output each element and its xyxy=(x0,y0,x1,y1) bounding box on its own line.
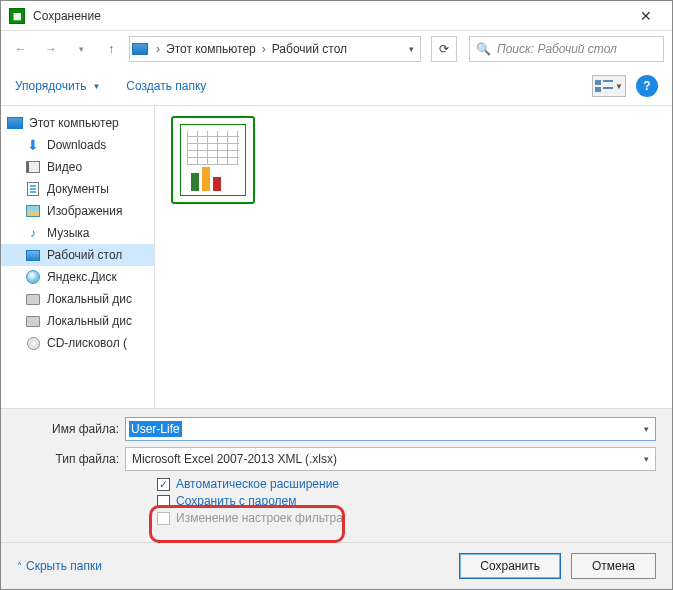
chevron-down-icon[interactable]: ▼ xyxy=(92,82,100,91)
sidebar-item-label: Локальный дис xyxy=(47,314,132,328)
search-icon: 🔍 xyxy=(476,42,491,56)
sidebar-item-video[interactable]: Видео xyxy=(1,156,154,178)
save-with-password-option[interactable]: Сохранить с паролем xyxy=(157,494,357,509)
hide-folders-button[interactable]: ˄ Скрыть папки xyxy=(17,559,102,573)
sidebar-item-downloads[interactable]: ⬇Downloads xyxy=(1,134,154,156)
spreadsheet-icon xyxy=(171,116,255,204)
chevron-down-icon: ▼ xyxy=(615,82,623,91)
sidebar-item-label: CD-лисковол ( xyxy=(47,336,127,350)
sidebar-item-label: Видео xyxy=(47,160,82,174)
checkbox-icon[interactable] xyxy=(157,478,170,491)
organize-menu[interactable]: Упорядочить xyxy=(15,79,86,93)
refresh-button[interactable]: ⟳ xyxy=(431,36,457,62)
sidebar-item-label: Яндекс.Диск xyxy=(47,270,117,284)
toolbar: Упорядочить ▼ Создать папку ▼ ? xyxy=(1,67,672,105)
app-icon: ▦ xyxy=(9,8,25,24)
hide-folders-label: Скрыть папки xyxy=(26,559,102,573)
chevron-up-icon: ˄ xyxy=(17,561,22,572)
disk-icon xyxy=(26,294,40,305)
search-placeholder: Поиск: Рабочий стол xyxy=(497,42,617,56)
sidebar-item-yandex-disk[interactable]: Яндекс.Диск xyxy=(1,266,154,288)
svg-rect-3 xyxy=(603,87,613,89)
auto-extension-option[interactable]: Автоматическое расширение xyxy=(157,477,357,492)
sidebar-item-local-disk[interactable]: Локальный дис xyxy=(1,288,154,310)
filter-settings-option: Изменение настроек фильтра xyxy=(157,511,357,526)
filetype-value: Microsoft Excel 2007-2013 XML (.xlsx) xyxy=(132,452,337,466)
sidebar-item-label: Downloads xyxy=(47,138,106,152)
pc-icon xyxy=(7,117,23,129)
music-icon: ♪ xyxy=(25,226,41,240)
chevron-right-icon: › xyxy=(260,42,268,56)
chevron-right-icon: › xyxy=(154,42,162,56)
download-icon: ⬇ xyxy=(25,138,41,152)
video-icon xyxy=(26,161,40,173)
up-button[interactable]: ↑ xyxy=(99,37,123,61)
sidebar-item-desktop[interactable]: Рабочий стол xyxy=(1,244,154,266)
yandex-disk-icon xyxy=(26,270,40,284)
sidebar-item-label: Документы xyxy=(47,182,109,196)
nav-row: ← → ▾ ↑ › Этот компьютер › Рабочий стол … xyxy=(1,31,672,67)
search-input[interactable]: 🔍 Поиск: Рабочий стол xyxy=(469,36,664,62)
file-item[interactable] xyxy=(171,116,259,204)
desktop-icon xyxy=(26,250,40,261)
svg-rect-0 xyxy=(595,80,601,85)
image-icon xyxy=(26,205,40,217)
sidebar-item-local-disk[interactable]: Локальный дис xyxy=(1,310,154,332)
document-icon xyxy=(27,182,39,196)
filename-input[interactable]: User-Life ▾ xyxy=(125,417,656,441)
sidebar-item-documents[interactable]: Документы xyxy=(1,178,154,200)
help-button[interactable]: ? xyxy=(636,75,658,97)
option-label: Сохранить с паролем xyxy=(176,494,296,509)
back-button: ← xyxy=(9,37,33,61)
sidebar-item-cd-drive[interactable]: CD-лисковол ( xyxy=(1,332,154,354)
cancel-button[interactable]: Отмена xyxy=(571,553,656,579)
sidebar-item-label: Этот компьютер xyxy=(29,116,119,130)
option-label: Автоматическое расширение xyxy=(176,477,339,492)
close-button[interactable]: ✕ xyxy=(628,2,664,30)
filename-value: User-Life xyxy=(129,421,182,437)
disk-icon xyxy=(26,316,40,327)
svg-rect-1 xyxy=(603,80,613,82)
cd-icon xyxy=(27,337,40,350)
sidebar: Этот компьютер ⬇Downloads Видео Документ… xyxy=(1,106,155,408)
save-button[interactable]: Сохранить xyxy=(459,553,561,579)
sidebar-item-label: Локальный дис xyxy=(47,292,132,306)
filetype-label: Тип файла: xyxy=(17,452,125,466)
view-mode-button[interactable]: ▼ xyxy=(592,75,626,97)
sidebar-item-images[interactable]: Изображения xyxy=(1,200,154,222)
breadcrumb-root[interactable]: Этот компьютер xyxy=(162,42,260,56)
options-group: Автоматическое расширение Сохранить с па… xyxy=(157,477,656,526)
chevron-down-icon[interactable]: ▾ xyxy=(409,44,414,54)
recent-dropdown-icon[interactable]: ▾ xyxy=(69,37,93,61)
sidebar-item-music[interactable]: ♪Музыка xyxy=(1,222,154,244)
forward-button: → xyxy=(39,37,63,61)
pc-icon xyxy=(132,43,148,55)
checkbox-icon xyxy=(157,512,170,525)
option-label: Изменение настроек фильтра xyxy=(176,511,343,526)
breadcrumb[interactable]: › Этот компьютер › Рабочий стол ▾ xyxy=(129,36,421,62)
footer: ˄ Скрыть папки Сохранить Отмена xyxy=(1,542,672,589)
breadcrumb-current[interactable]: Рабочий стол xyxy=(268,42,351,56)
body: Этот компьютер ⬇Downloads Видео Документ… xyxy=(1,105,672,409)
new-folder-button[interactable]: Создать папку xyxy=(126,79,206,93)
filetype-select[interactable]: Microsoft Excel 2007-2013 XML (.xlsx) ▾ xyxy=(125,447,656,471)
sidebar-item-this-pc[interactable]: Этот компьютер xyxy=(1,112,154,134)
chevron-down-icon[interactable]: ▾ xyxy=(644,424,649,434)
dialog-title: Сохранение xyxy=(33,9,628,23)
checkbox-icon[interactable] xyxy=(157,495,170,508)
chevron-down-icon[interactable]: ▾ xyxy=(644,454,649,464)
svg-rect-2 xyxy=(595,87,601,92)
sidebar-item-label: Рабочий стол xyxy=(47,248,122,262)
save-dialog: ▦ Сохранение ✕ ← → ▾ ↑ › Этот компьютер … xyxy=(0,0,673,590)
filename-label: Имя файла: xyxy=(17,422,125,436)
sidebar-item-label: Изображения xyxy=(47,204,122,218)
file-list[interactable] xyxy=(155,106,672,408)
titlebar: ▦ Сохранение ✕ xyxy=(1,1,672,31)
sidebar-item-label: Музыка xyxy=(47,226,89,240)
form-area: Имя файла: User-Life ▾ Тип файла: Micros… xyxy=(1,409,672,542)
